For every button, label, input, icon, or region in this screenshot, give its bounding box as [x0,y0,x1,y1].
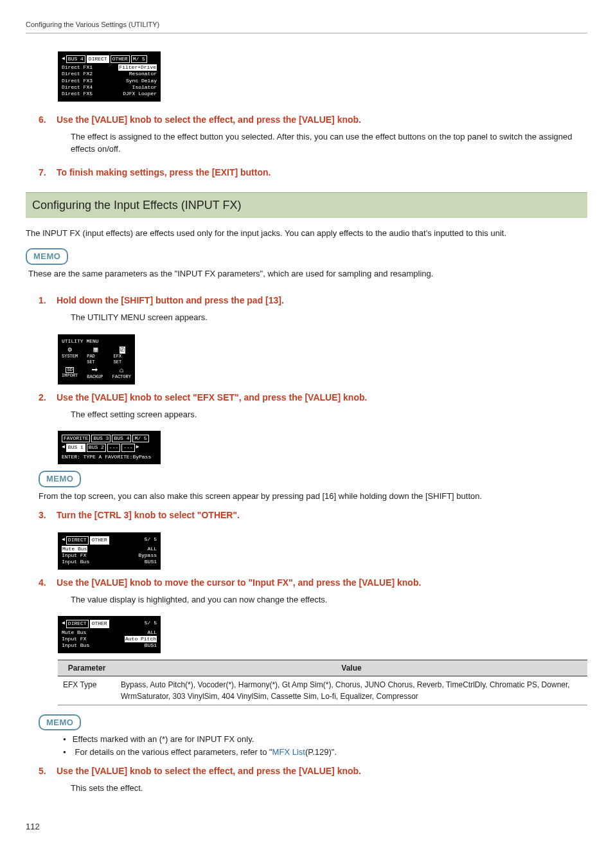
memo-2: MEMO From the top screen, you can also m… [39,471,587,502]
table-header-parameter: Parameter [58,660,116,676]
memo-3: MEMO Effects marked with an (*) are for … [39,714,587,759]
page-number: 112 [26,820,587,833]
mfx-list-link[interactable]: MFX List [272,747,305,757]
step-4: 4.Use the [VALUE] knob to move the curso… [39,576,587,606]
running-header: Configuring the Various Settings (UTILIT… [26,19,587,33]
table-header-value: Value [116,660,587,676]
memo-label: MEMO [39,714,81,731]
step-7: 7.To finish making settings, press the [… [39,166,587,179]
list-item: Effects marked with an (*) are for INPUT… [63,733,587,746]
list-item: For details on the various effect parame… [63,746,587,759]
memo-label: MEMO [26,248,68,265]
step-2: 2.Use the [VALUE] knob to select "EFX SE… [39,391,587,421]
step-1: 1.Hold down the [SHIFT] button and press… [39,294,587,324]
section-title: Configuring the Input Effects (INPUT FX) [26,192,587,218]
lcd-utility-menu: UTILITY MENU ⚙SYSTEM ▦PAD SET ⎚EFX SET S… [58,334,135,384]
lcd-other-1: ◀ DIRECT OTHER 5/ 5 Mute BusALL Input FX… [58,532,161,570]
intro-text: The INPUT FX (input effects) are effects… [26,227,587,240]
step-5: 5.Use the [VALUE] knob to select the eff… [39,764,587,795]
step-3: 3.Turn the [CTRL 3] knob to select "OTHE… [39,509,587,522]
lcd-efx-set: FAVORITE BUS 3 BUS 4 M/ 5 ◀ BUS 1 BUS 2 … [58,431,161,464]
lcd-direct-fx: ◀ BUS 4 DIRECT OTHER M/ 5 Direct FX1Filt… [58,51,161,102]
step-6: 6.Use the [VALUE] knob to select the eff… [39,113,587,156]
memo-label: MEMO [39,471,81,487]
parameter-table: Parameter Value EFX Type Bypass, Auto Pi… [58,660,587,705]
lcd-other-2: ◀ DIRECT OTHER 5/ 5 Mute BusALL Input FX… [58,616,161,653]
table-row: EFX Type Bypass, Auto Pitch(*), Vocoder(… [58,676,587,705]
memo-1: MEMO These are the same parameters as th… [26,248,587,280]
